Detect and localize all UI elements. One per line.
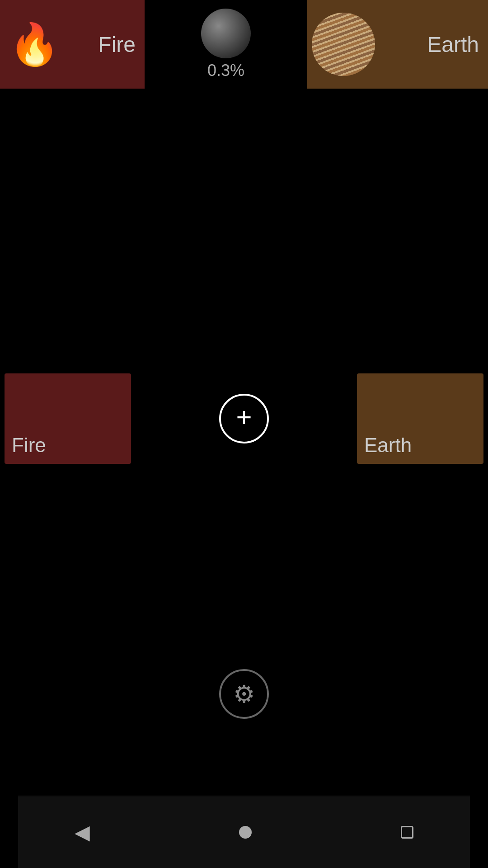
top-earth-label: Earth: [375, 32, 479, 57]
plus-icon: +: [236, 404, 252, 431]
gear-icon: ⚙: [233, 680, 255, 708]
top-earth-tile[interactable]: Earth: [307, 0, 488, 89]
settings-container: ⚙: [219, 669, 269, 719]
earth-texture-icon: [312, 13, 375, 76]
fire-emoji-icon: 🔥: [9, 21, 60, 68]
back-button[interactable]: ◀: [75, 821, 90, 844]
top-fire-tile[interactable]: 🔥 Fire: [0, 0, 145, 89]
fire-tile[interactable]: Fire: [5, 373, 131, 464]
settings-button[interactable]: ⚙: [219, 669, 269, 719]
top-banner: 🔥 Fire 0.3% Earth: [0, 0, 488, 89]
percentage-text: 0.3%: [207, 61, 244, 80]
nav-bar: ◀: [0, 796, 488, 868]
add-button-container: +: [217, 392, 271, 446]
top-center-tile: 0.3%: [145, 0, 307, 89]
element-tiles-row: Fire + Earth: [0, 369, 488, 468]
recents-button[interactable]: [401, 826, 413, 839]
middle-area: [0, 89, 488, 369]
add-element-button[interactable]: +: [219, 394, 269, 443]
top-fire-label: Fire: [98, 32, 136, 57]
fire-tile-label: Fire: [12, 434, 46, 457]
home-button[interactable]: [239, 826, 252, 839]
nav-side-left: [0, 796, 18, 868]
nav-side-right: [470, 796, 488, 868]
gray-sphere-icon: [201, 9, 251, 58]
earth-tile[interactable]: Earth: [357, 373, 483, 464]
earth-tile-label: Earth: [364, 434, 412, 457]
